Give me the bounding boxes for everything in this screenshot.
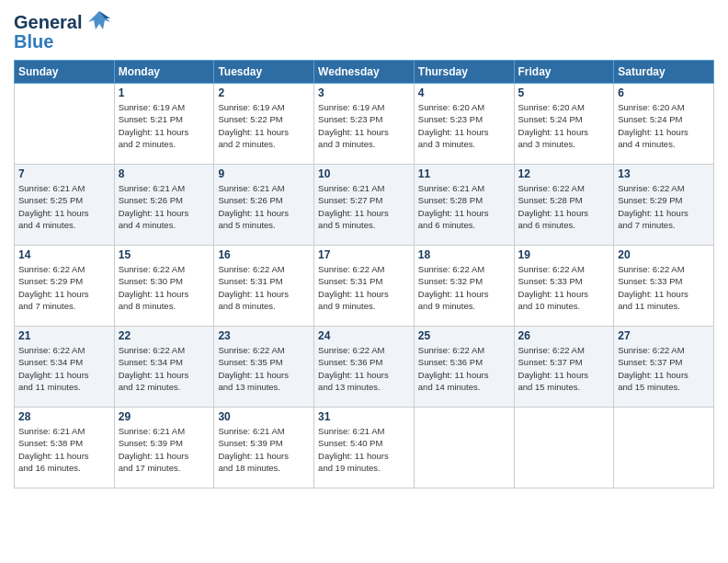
day-number: 25 <box>418 329 510 342</box>
day-number: 2 <box>218 86 310 99</box>
day-info: Sunrise: 6:21 AM Sunset: 5:39 PM Dayligh… <box>218 425 310 474</box>
day-number: 7 <box>18 167 110 180</box>
calendar-cell: 17Sunrise: 6:22 AM Sunset: 5:31 PM Dayli… <box>314 246 415 327</box>
day-number: 14 <box>18 248 110 261</box>
day-info: Sunrise: 6:22 AM Sunset: 5:34 PM Dayligh… <box>18 344 110 393</box>
day-number: 22 <box>119 329 210 342</box>
calendar-cell: 23Sunrise: 6:22 AM Sunset: 5:35 PM Dayli… <box>214 327 314 408</box>
calendar-cell <box>15 84 115 165</box>
day-number: 19 <box>518 248 610 261</box>
day-info: Sunrise: 6:22 AM Sunset: 5:31 PM Dayligh… <box>318 263 410 312</box>
day-number: 24 <box>318 329 410 342</box>
header: General Blue <box>14 9 714 52</box>
calendar-cell <box>614 408 714 488</box>
day-number: 26 <box>518 329 610 342</box>
day-number: 23 <box>218 329 310 342</box>
calendar-cell: 19Sunrise: 6:22 AM Sunset: 5:33 PM Dayli… <box>514 246 614 327</box>
day-info: Sunrise: 6:19 AM Sunset: 5:23 PM Dayligh… <box>318 101 410 150</box>
calendar-cell: 2Sunrise: 6:19 AM Sunset: 5:22 PM Daylig… <box>214 84 314 165</box>
calendar-cell: 20Sunrise: 6:22 AM Sunset: 5:33 PM Dayli… <box>614 246 714 327</box>
day-info: Sunrise: 6:22 AM Sunset: 5:33 PM Dayligh… <box>618 263 710 312</box>
calendar-week-row: 14Sunrise: 6:22 AM Sunset: 5:29 PM Dayli… <box>15 246 714 327</box>
day-number: 18 <box>418 248 510 261</box>
day-number: 21 <box>18 329 110 342</box>
calendar-cell: 29Sunrise: 6:21 AM Sunset: 5:39 PM Dayli… <box>114 408 214 488</box>
calendar-table: SundayMondayTuesdayWednesdayThursdayFrid… <box>14 60 714 488</box>
calendar-cell: 30Sunrise: 6:21 AM Sunset: 5:39 PM Dayli… <box>214 408 314 488</box>
day-info: Sunrise: 6:22 AM Sunset: 5:34 PM Dayligh… <box>119 344 210 393</box>
weekday-header: Wednesday <box>314 61 415 84</box>
calendar-cell <box>514 408 614 488</box>
day-info: Sunrise: 6:22 AM Sunset: 5:29 PM Dayligh… <box>18 263 110 312</box>
calendar-cell: 11Sunrise: 6:21 AM Sunset: 5:28 PM Dayli… <box>414 165 514 246</box>
calendar-cell: 14Sunrise: 6:22 AM Sunset: 5:29 PM Dayli… <box>15 246 115 327</box>
day-info: Sunrise: 6:22 AM Sunset: 5:31 PM Dayligh… <box>218 263 310 312</box>
day-info: Sunrise: 6:21 AM Sunset: 5:26 PM Dayligh… <box>119 182 210 231</box>
calendar-cell: 31Sunrise: 6:21 AM Sunset: 5:40 PM Dayli… <box>314 408 415 488</box>
day-number: 6 <box>618 86 710 99</box>
logo: General Blue <box>14 9 114 52</box>
day-info: Sunrise: 6:22 AM Sunset: 5:33 PM Dayligh… <box>518 263 610 312</box>
weekday-header: Sunday <box>15 61 115 84</box>
day-info: Sunrise: 6:20 AM Sunset: 5:24 PM Dayligh… <box>518 101 610 150</box>
calendar-cell: 12Sunrise: 6:22 AM Sunset: 5:28 PM Dayli… <box>514 165 614 246</box>
day-number: 8 <box>119 167 210 180</box>
calendar-cell: 1Sunrise: 6:19 AM Sunset: 5:21 PM Daylig… <box>114 84 214 165</box>
header-row: SundayMondayTuesdayWednesdayThursdayFrid… <box>15 61 714 84</box>
calendar-cell: 13Sunrise: 6:22 AM Sunset: 5:29 PM Dayli… <box>614 165 714 246</box>
day-number: 9 <box>218 167 310 180</box>
day-number: 16 <box>218 248 310 261</box>
day-info: Sunrise: 6:22 AM Sunset: 5:37 PM Dayligh… <box>518 344 610 393</box>
calendar-cell: 27Sunrise: 6:22 AM Sunset: 5:37 PM Dayli… <box>614 327 714 408</box>
calendar-cell: 24Sunrise: 6:22 AM Sunset: 5:36 PM Dayli… <box>314 327 415 408</box>
calendar-cell: 26Sunrise: 6:22 AM Sunset: 5:37 PM Dayli… <box>514 327 614 408</box>
logo-text: General <box>14 11 82 33</box>
day-info: Sunrise: 6:22 AM Sunset: 5:35 PM Dayligh… <box>218 344 310 393</box>
calendar-cell: 22Sunrise: 6:22 AM Sunset: 5:34 PM Dayli… <box>114 327 214 408</box>
day-info: Sunrise: 6:22 AM Sunset: 5:30 PM Dayligh… <box>119 263 210 312</box>
day-info: Sunrise: 6:21 AM Sunset: 5:26 PM Dayligh… <box>218 182 310 231</box>
day-info: Sunrise: 6:22 AM Sunset: 5:28 PM Dayligh… <box>518 182 610 231</box>
calendar-cell: 28Sunrise: 6:21 AM Sunset: 5:38 PM Dayli… <box>15 408 115 488</box>
calendar-cell: 25Sunrise: 6:22 AM Sunset: 5:36 PM Dayli… <box>414 327 514 408</box>
day-info: Sunrise: 6:19 AM Sunset: 5:21 PM Dayligh… <box>119 101 210 150</box>
calendar-cell: 5Sunrise: 6:20 AM Sunset: 5:24 PM Daylig… <box>514 84 614 165</box>
day-number: 1 <box>119 86 210 99</box>
day-number: 15 <box>119 248 210 261</box>
day-number: 10 <box>318 167 410 180</box>
day-number: 3 <box>318 86 410 99</box>
day-info: Sunrise: 6:22 AM Sunset: 5:36 PM Dayligh… <box>418 344 510 393</box>
day-info: Sunrise: 6:21 AM Sunset: 5:28 PM Dayligh… <box>418 182 510 231</box>
calendar-cell: 10Sunrise: 6:21 AM Sunset: 5:27 PM Dayli… <box>314 165 415 246</box>
day-number: 29 <box>119 410 210 423</box>
day-number: 27 <box>618 329 710 342</box>
calendar-cell: 8Sunrise: 6:21 AM Sunset: 5:26 PM Daylig… <box>114 165 214 246</box>
day-number: 17 <box>318 248 410 261</box>
calendar-cell: 3Sunrise: 6:19 AM Sunset: 5:23 PM Daylig… <box>314 84 415 165</box>
logo-bird-icon <box>85 9 114 35</box>
calendar-week-row: 21Sunrise: 6:22 AM Sunset: 5:34 PM Dayli… <box>15 327 714 408</box>
day-number: 31 <box>318 410 410 423</box>
calendar-cell: 4Sunrise: 6:20 AM Sunset: 5:23 PM Daylig… <box>414 84 514 165</box>
day-number: 13 <box>618 167 710 180</box>
day-info: Sunrise: 6:22 AM Sunset: 5:32 PM Dayligh… <box>418 263 510 312</box>
calendar-cell: 6Sunrise: 6:20 AM Sunset: 5:24 PM Daylig… <box>614 84 714 165</box>
day-info: Sunrise: 6:21 AM Sunset: 5:25 PM Dayligh… <box>18 182 110 231</box>
day-number: 4 <box>418 86 510 99</box>
day-info: Sunrise: 6:22 AM Sunset: 5:36 PM Dayligh… <box>318 344 410 393</box>
day-info: Sunrise: 6:19 AM Sunset: 5:22 PM Dayligh… <box>218 101 310 150</box>
day-number: 20 <box>618 248 710 261</box>
weekday-header: Monday <box>114 61 214 84</box>
day-info: Sunrise: 6:20 AM Sunset: 5:23 PM Dayligh… <box>418 101 510 150</box>
weekday-header: Friday <box>514 61 614 84</box>
calendar-week-row: 28Sunrise: 6:21 AM Sunset: 5:38 PM Dayli… <box>15 408 714 488</box>
day-info: Sunrise: 6:21 AM Sunset: 5:39 PM Dayligh… <box>119 425 210 474</box>
calendar-week-row: 1Sunrise: 6:19 AM Sunset: 5:21 PM Daylig… <box>15 84 714 165</box>
weekday-header: Tuesday <box>214 61 314 84</box>
svg-marker-0 <box>88 11 110 29</box>
day-info: Sunrise: 6:22 AM Sunset: 5:29 PM Dayligh… <box>618 182 710 231</box>
weekday-header: Thursday <box>414 61 514 84</box>
calendar-cell: 15Sunrise: 6:22 AM Sunset: 5:30 PM Dayli… <box>114 246 214 327</box>
main-container: General Blue SundayMondayTuesdayWednesda… <box>0 0 728 498</box>
day-number: 30 <box>218 410 310 423</box>
